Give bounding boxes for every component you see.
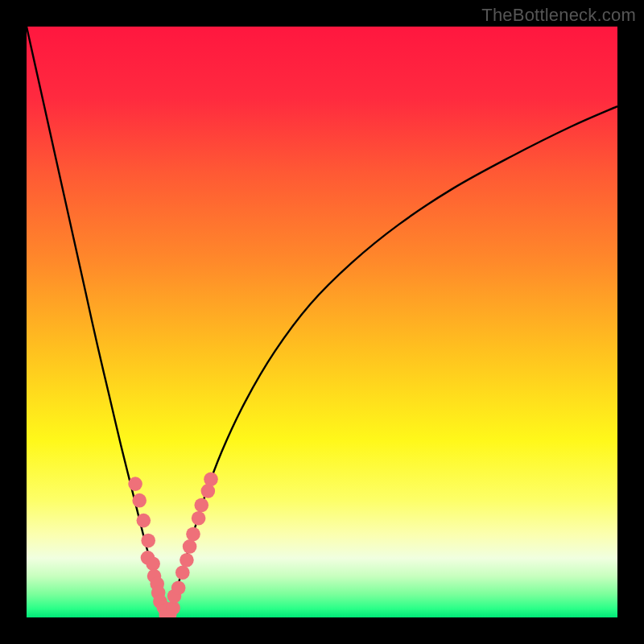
outer-frame: TheBottleneck.com bbox=[0, 0, 644, 644]
data-dot bbox=[186, 527, 200, 542]
data-dot bbox=[132, 493, 147, 508]
data-dot bbox=[201, 484, 216, 498]
chart-svg bbox=[27, 27, 617, 617]
right-curve bbox=[167, 106, 617, 614]
data-dot bbox=[128, 477, 142, 491]
data-dot bbox=[141, 534, 155, 548]
data-dot bbox=[180, 553, 194, 568]
data-dot bbox=[137, 514, 151, 528]
data-dot bbox=[192, 511, 206, 526]
data-dot bbox=[175, 565, 190, 580]
data-dot bbox=[146, 556, 160, 571]
data-dot bbox=[194, 498, 208, 513]
data-dot bbox=[204, 472, 218, 486]
data-dot bbox=[171, 581, 186, 596]
data-dot bbox=[183, 539, 197, 554]
plot-area bbox=[27, 27, 617, 617]
watermark-text: TheBottleneck.com bbox=[481, 5, 636, 26]
right-branch-dots bbox=[159, 472, 217, 617]
left-branch-dots bbox=[128, 477, 172, 617]
